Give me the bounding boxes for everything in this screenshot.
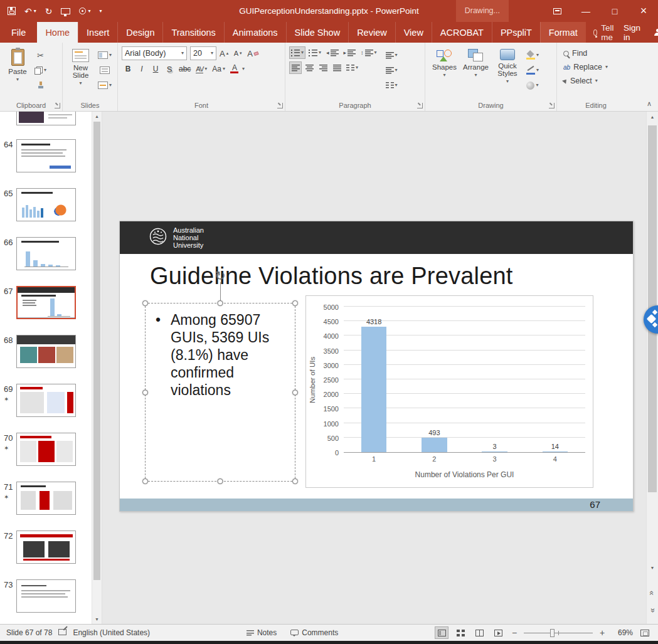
selection-handle-bottom-left[interactable] [142,478,148,484]
font-name-select[interactable]: Arial (Body)▾ [122,46,187,60]
content-placeholder-selected[interactable]: • Among 65907 GUIs, 5369 UIs (8.1%) have… [145,303,295,482]
normal-view-button[interactable] [435,626,448,639]
reading-view-button[interactable] [472,626,486,639]
select-button[interactable]: Select▾ [561,74,632,88]
slide-thumbnail-69[interactable] [16,384,76,417]
selection-handle-left[interactable] [142,389,148,395]
paste-button[interactable]: Paste ▾ [4,46,31,85]
change-case-button[interactable]: Aa▾ [210,63,227,75]
tab-format[interactable]: Format [540,22,586,43]
shapes-button[interactable]: Shapes ▾ [429,46,460,80]
fit-to-window-button[interactable] [638,626,652,639]
slide-canvas[interactable]: Australian National University Guideline… [119,221,634,512]
tab-slide-show[interactable]: Slide Show [286,22,349,43]
collapse-ribbon-button[interactable]: ∧ [647,100,652,108]
align-text-button[interactable]: ▾ [384,64,400,77]
selection-handle-right[interactable] [292,389,298,395]
shape-effects-button[interactable]: ▾ [524,79,541,92]
comments-button[interactable]: Comments [290,628,338,637]
tab-home[interactable]: Home [37,22,78,43]
close-button[interactable]: × [629,0,658,22]
arrange-button[interactable]: Arrange ▾ [460,46,492,80]
tab-review[interactable]: Review [348,22,395,43]
save-button[interactable] [8,7,16,15]
quick-styles-button[interactable]: Quick Styles ▾ [492,46,523,87]
selection-handle-bottom-right[interactable] [292,478,298,484]
selection-handle-top-right[interactable] [292,300,298,306]
language-button[interactable]: English (United States) [73,628,150,637]
clear-formatting-button[interactable]: A [245,47,260,60]
slide-editor-area[interactable]: Australian National University Guideline… [102,112,646,624]
selection-handle-top-left[interactable] [142,300,148,306]
slide-thumbnail-partial[interactable] [16,112,76,125]
increase-font-size-button[interactable]: A▴ [218,47,230,60]
zoom-out-button[interactable]: − [510,628,519,638]
convert-smartart-button[interactable]: ▾ [384,79,400,92]
share-button[interactable]: Share [654,28,658,37]
shape-outline-button[interactable]: ▾ [524,64,541,77]
shape-fill-button[interactable]: ▾ [524,49,541,61]
chart-bar-4[interactable] [543,451,568,452]
zoom-percentage[interactable]: 69% [612,628,633,637]
dialog-launcher-icon[interactable] [417,103,423,108]
slide-thumbnail-71[interactable] [16,482,76,515]
tab-animations[interactable]: Animations [224,22,286,43]
chart-bar-3[interactable] [482,451,507,452]
format-painter-button[interactable] [33,79,48,92]
numbering-button[interactable]: ▾ [307,46,323,59]
decrease-indent-button[interactable]: ◂ [324,46,341,59]
tab-view[interactable]: View [395,22,432,43]
align-center-button[interactable] [303,61,316,74]
dialog-launcher-icon[interactable] [549,103,555,108]
slide-thumbnail-67[interactable] [16,286,76,319]
text-direction-button[interactable]: ▾ [384,49,400,61]
bold-button[interactable]: B [122,63,134,75]
fix-slide-button[interactable] [58,628,66,637]
slide-thumbnail-70[interactable] [16,433,76,466]
font-size-select[interactable]: 20▾ [190,46,216,60]
slide-thumbnail-64[interactable] [16,139,76,172]
bullets-button[interactable]: ▾ [289,46,305,59]
section-button[interactable]: ▾ [96,79,114,92]
rotate-handle[interactable]: ↻ [215,268,226,283]
touch-mode-button[interactable]: ▾ [79,8,90,14]
new-slide-button[interactable]: New Slide ▾ [66,46,95,88]
tell-me-box[interactable]: Tell me [586,22,624,43]
selection-handle-top[interactable] [218,300,223,306]
minimize-button[interactable]: — [571,0,600,22]
scroll-down-icon[interactable]: ▼ [92,617,102,621]
chart-bar-1[interactable] [361,327,386,452]
copy-button[interactable]: ▾ [33,64,48,77]
align-left-button[interactable] [289,61,302,74]
italic-button[interactable]: I [135,63,148,75]
columns-button[interactable]: ▾ [344,61,360,74]
underline-button[interactable]: U [149,63,162,75]
find-button[interactable]: Find [561,46,632,60]
vertical-scrollbar[interactable]: ▲ ▼ « « [646,112,658,624]
dialog-launcher-icon[interactable] [55,103,60,108]
ribbon-display-options-button[interactable] [543,0,571,22]
start-slideshow-button[interactable] [61,8,70,14]
font-color-button[interactable]: A [228,63,241,75]
slide-layout-button[interactable]: ▾ [96,49,114,61]
decrease-font-size-button[interactable]: A▾ [231,47,244,60]
next-slide-button[interactable]: « [647,606,658,615]
maximize-button[interactable]: □ [600,0,629,22]
slide-sorter-view-button[interactable] [454,626,467,639]
bar-chart-object[interactable]: Number of UIs 05001000150020002500300035… [305,295,593,488]
previous-slide-button[interactable]: « [647,588,658,598]
strikethrough-button[interactable]: abc [177,63,193,75]
zoom-in-button[interactable]: + [598,628,607,638]
scrollbar-thumb[interactable] [93,122,100,580]
justify-button[interactable] [331,61,343,74]
tab-acrobat[interactable]: ACROBAT [432,22,492,43]
replace-button[interactable]: abReplace▾ [561,60,632,74]
slide-thumbnail-65[interactable] [16,188,76,221]
thumbnail-scrollbar[interactable]: ▲ ▼ [92,112,102,624]
scroll-up-icon[interactable]: ▲ [647,115,658,119]
align-right-button[interactable] [317,61,329,74]
chart-bar-2[interactable] [422,438,447,452]
zoom-slider[interactable] [524,629,593,637]
undo-button[interactable]: ↶▾ [24,6,36,16]
slideshow-view-button[interactable] [491,626,505,639]
